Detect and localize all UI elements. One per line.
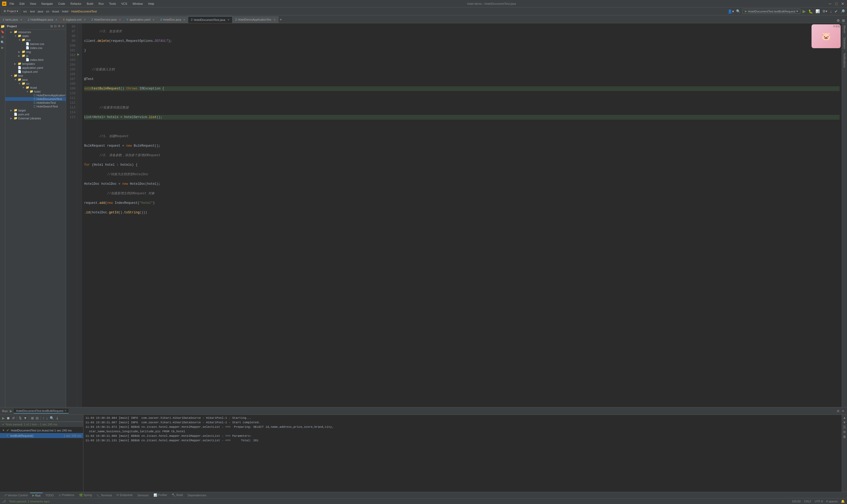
breadcrumb-test[interactable]: test xyxy=(30,10,35,13)
find-icon[interactable]: 🔍 xyxy=(1,40,4,44)
bottom-tab-build[interactable]: 🔨 Build xyxy=(170,493,185,498)
test-stop-icon[interactable]: ⏹ xyxy=(6,416,11,420)
menu-code[interactable]: Code xyxy=(57,2,66,6)
bottom-tab-todo[interactable]: TODO xyxy=(43,493,56,498)
tree-item-test[interactable]: ▼ 📁 test xyxy=(5,74,66,77)
git-update-button[interactable]: ↓ xyxy=(830,9,832,14)
breadcrumb-cn[interactable]: cn xyxy=(46,10,49,13)
breadcrumb-hotel[interactable]: hotel xyxy=(62,10,68,13)
bottom-tab-version-control[interactable]: ⎇ Version Control xyxy=(2,493,30,498)
menu-help[interactable]: Help xyxy=(147,2,155,6)
console-clear-icon[interactable]: 🗑 xyxy=(843,435,846,438)
maven-tab[interactable]: Maven xyxy=(843,24,846,34)
run-panel-tab-close[interactable]: ✕ xyxy=(64,409,67,412)
tree-item-hotel-folder[interactable]: ▼ 📁 hotel xyxy=(5,89,66,93)
test-find-icon[interactable]: 🔍 xyxy=(49,416,55,420)
bottom-tab-run[interactable]: ▶ Run xyxy=(30,492,42,498)
bottom-tab-services[interactable]: Services xyxy=(135,493,150,498)
tree-item-index-css[interactable]: 📄 index.css xyxy=(5,46,66,50)
menu-build[interactable]: Build xyxy=(86,2,94,6)
tab-close-hotelmapper[interactable]: ✕ xyxy=(55,18,57,21)
breadcrumb-java[interactable]: java xyxy=(38,10,43,13)
tree-item-templates[interactable]: ▶ 📁 templates xyxy=(5,62,66,66)
tree-item-itcast[interactable]: ▼ 📁 itcast xyxy=(5,86,66,89)
tree-item-java[interactable]: ▼ 📁 java xyxy=(5,77,66,82)
test-collapse-icon[interactable]: ⊟ xyxy=(35,416,39,420)
breadcrumb-src[interactable]: src xyxy=(23,10,27,13)
code-text[interactable]: //2. 发送请求 client.delete(request,RequestO… xyxy=(82,23,842,407)
menu-edit[interactable]: Edit xyxy=(19,2,26,6)
tree-item-hotelindextest[interactable]: C HotelIndexTest xyxy=(5,101,66,105)
code-editor[interactable]: 96 97 98 99 100 101 102 103 104 105 106 … xyxy=(66,23,842,407)
menu-tools[interactable]: Tools xyxy=(108,2,117,6)
run-tool-icon[interactable]: ▶ xyxy=(1,46,4,50)
tree-item-cn[interactable]: ▼ 📁 cn xyxy=(5,82,66,86)
menu-window[interactable]: Window xyxy=(131,2,144,6)
tree-item-external-libs[interactable]: ▶ 📁 External Libraries xyxy=(5,116,66,120)
project-tool-icon[interactable]: 📁 xyxy=(1,24,5,28)
status-line-col[interactable]: 105:50 xyxy=(792,500,801,503)
search-everywhere-icon[interactable]: 🔍 xyxy=(736,9,741,14)
structure-icon[interactable]: ⚙ xyxy=(1,35,4,39)
tab-tants[interactable]: J tants.java ✕ xyxy=(0,16,25,23)
database-tab[interactable]: Database xyxy=(843,37,846,50)
tab-hoteldoc[interactable]: J HotelDoc.java ✕ xyxy=(158,16,188,23)
status-crlf[interactable]: CRLF xyxy=(804,500,812,503)
console-settings-icon[interactable]: ⚙ xyxy=(843,430,846,434)
notifications-tab[interactable]: Notifications xyxy=(843,52,846,69)
console-scroll-top-icon[interactable]: ▲ xyxy=(843,416,846,419)
tab-close-hoteldocumenttest[interactable]: ✕ xyxy=(227,18,230,21)
bottom-tab-profiler[interactable]: 📊 Profiler xyxy=(151,493,169,498)
test-method-row[interactable]: ✔ testBulkRequest() 1 sec 245 ms xyxy=(0,433,83,438)
tree-item-hotelsearchtest[interactable]: C HotelSearchTest xyxy=(5,105,66,108)
bottom-tab-terminal[interactable]: >_ Terminal xyxy=(94,493,114,498)
tree-close-icon[interactable]: ✕ xyxy=(62,24,64,28)
menu-refactor[interactable]: Refactor xyxy=(69,2,83,6)
tab-more-button[interactable]: ▾ xyxy=(278,16,283,23)
tree-item-static[interactable]: ▼ 📁 static xyxy=(5,34,66,38)
tree-item-pom[interactable]: 📄 pom.xml xyxy=(5,112,66,116)
tree-item-img[interactable]: ▶ 📁 img xyxy=(5,50,66,54)
test-prev-fail-icon[interactable]: ↑ xyxy=(42,416,45,420)
tree-item-index-html[interactable]: 📄 index.html xyxy=(5,58,66,62)
tree-item-banner-css[interactable]: 📄 banner.css xyxy=(5,42,66,46)
run-close-icon[interactable]: ✕ xyxy=(841,409,845,413)
test-next-fail-icon[interactable]: ↓ xyxy=(46,416,49,420)
bottom-tab-problems[interactable]: ⚠ Problems xyxy=(56,493,76,498)
tab-hoteldocumenttest[interactable]: J HotelDocumentTest.java ✕ xyxy=(188,16,232,23)
close-button[interactable]: ✕ xyxy=(841,2,845,6)
project-label[interactable]: ⚙ Project ▾ xyxy=(2,9,20,14)
tab-close-logback[interactable]: ✕ xyxy=(84,18,86,21)
tab-close-tants[interactable]: ✕ xyxy=(20,18,22,21)
tab-hoteldemoapp[interactable]: J HotelDemoApplicationTes ✕ xyxy=(232,16,278,23)
tab-applicationyaml[interactable]: Y application.yaml ✕ xyxy=(124,16,158,23)
tree-item-css[interactable]: ▼ 📁 css xyxy=(5,38,66,42)
console-filter-icon[interactable]: ☰ xyxy=(843,426,846,429)
debug-button[interactable]: 🐛 xyxy=(808,9,813,14)
test-expand-icon[interactable]: ⊞ xyxy=(31,416,34,420)
tree-collapse-icon[interactable]: ⊟ xyxy=(54,24,57,28)
bookmark-icon[interactable]: 🔖 xyxy=(1,30,4,34)
tab-close-applicationyaml[interactable]: ✕ xyxy=(152,18,155,21)
tree-item-hoteldemoapp-tests[interactable]: C HotelDemoApplicationTests xyxy=(5,93,66,97)
run-panel-tab[interactable]: HotelDocumentTest.testBulkRequest ✕ xyxy=(14,409,69,413)
status-notifications-icon[interactable]: 🔔 xyxy=(841,500,845,503)
more-run-options[interactable]: ⚙▾ xyxy=(822,9,828,14)
run-settings-icon[interactable]: ⚙ xyxy=(836,409,840,413)
status-indent[interactable]: 4 spaces xyxy=(826,500,838,503)
minimize-button[interactable]: ─ xyxy=(828,2,832,6)
console-scroll-bottom-icon[interactable]: ▼ xyxy=(843,420,846,424)
menu-navigate[interactable]: Navigate xyxy=(40,2,54,6)
tree-expand-icon[interactable]: ⊞ xyxy=(50,24,53,28)
run-with-coverage-button[interactable]: 📊 xyxy=(815,9,820,14)
profile-icon[interactable]: 👤▾ xyxy=(728,9,734,14)
bottom-tab-dependencies[interactable]: Dependencies xyxy=(185,493,208,498)
status-charset[interactable]: UTF-8 xyxy=(815,500,823,503)
bottom-tab-endpoints[interactable]: ⟳ Endpoints xyxy=(114,493,135,498)
run-button[interactable]: ▶ xyxy=(802,8,806,14)
find-usages-button[interactable]: 🔎 xyxy=(840,9,845,14)
test-sort-icon[interactable]: ⇅ xyxy=(18,416,22,420)
editor-layout-icon[interactable]: ⊞ xyxy=(842,18,845,23)
run-config-selector[interactable]: ▶ HotelDocumentTest.testBulkRequest ▾ xyxy=(742,9,800,14)
editor-settings-icon[interactable]: ⚙ xyxy=(836,18,841,23)
